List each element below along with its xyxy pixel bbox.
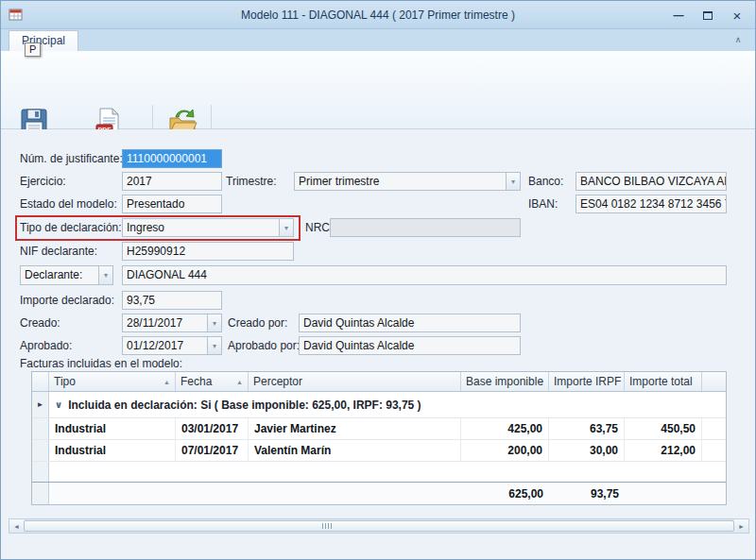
cell-filler — [702, 418, 726, 439]
importe-declarado-label: Importe declarado: — [20, 294, 114, 307]
summary-row: 625,00 93,75 — [32, 482, 726, 504]
dropdown-arrow-icon[interactable]: ▾ — [506, 173, 520, 190]
column-header-irpf[interactable]: Importe IRPF — [549, 372, 625, 391]
column-header-fecha-label: Fecha — [180, 375, 212, 388]
title-bar: Modelo 111 - DIAGONAL 444 ( 2017 Primer … — [1, 1, 755, 29]
minimize-icon: — — [674, 10, 684, 21]
estado-modelo-label: Estado del modelo: — [20, 197, 117, 211]
creado-date-value: 28/11/2017 — [123, 314, 207, 331]
cell-base: 200,00 — [461, 440, 549, 461]
dropdown-arrow-icon[interactable]: ▾ — [279, 219, 293, 236]
trimestre-value: Primer trimestre — [295, 173, 506, 190]
cell-tipo: Industrial — [49, 440, 176, 461]
row-indicator: ► — [32, 392, 49, 417]
scroll-right-icon: ► — [738, 523, 745, 530]
row-indicator — [32, 483, 49, 504]
row-indicator — [32, 418, 49, 439]
scroll-right-button[interactable]: ► — [734, 519, 748, 533]
sort-asc-icon: ▲ — [232, 379, 243, 385]
scrollbar-grip — [322, 523, 332, 529]
cell-irpf: 63,75 — [549, 418, 625, 439]
dropdown-arrow-icon[interactable]: ▾ — [98, 266, 112, 284]
iban-field[interactable]: ES04 0182 1234 8712 3456 7899 — [576, 195, 727, 213]
declarante-field[interactable]: DIAGONAL 444 — [122, 265, 727, 285]
aprobado-por-field[interactable]: David Quintas Alcalde — [299, 336, 521, 355]
column-header-perceptor-label: Perceptor — [253, 375, 302, 388]
tipo-declaracion-select[interactable]: Ingreso ▾ — [122, 218, 294, 237]
group-expanded-icon[interactable]: ∨ — [49, 399, 68, 410]
nrc-label: NRC: — [305, 221, 333, 234]
dropdown-arrow-icon[interactable]: ▾ — [207, 314, 221, 331]
nif-declarante-label: NIF declarante: — [20, 245, 97, 258]
ejercicio-field[interactable]: 2017 — [122, 172, 222, 191]
keytip-badge: P — [25, 42, 41, 57]
modelo-111-window: Modelo 111 - DIAGONAL 444 ( 2017 Primer … — [0, 0, 756, 560]
num-justificante-field[interactable]: 1110000000001 — [122, 149, 222, 168]
trimestre-select[interactable]: Primer trimestre ▾ — [294, 172, 521, 191]
tab-principal[interactable]: Principal — [9, 30, 78, 51]
banco-field[interactable]: BANCO BILBAO VIZCAYA ARGENTARIA — [576, 172, 727, 191]
row-indicator — [32, 462, 49, 482]
cell-irpf: 30,00 — [549, 440, 625, 461]
ribbon-tab-row — [1, 29, 755, 51]
grid-header-filler — [702, 372, 726, 391]
group-row[interactable]: ► ∨ Incluida en declaración: Si ( Base i… — [32, 392, 726, 418]
table-row[interactable]: Industrial 03/01/2017 Javier Martinez 42… — [32, 418, 726, 440]
num-justificante-label: Núm. de justificante: — [20, 152, 123, 165]
column-header-tipo[interactable]: Tipo ▲ — [49, 372, 176, 391]
iban-label: IBAN: — [528, 197, 558, 211]
creado-date-field[interactable]: 28/11/2017 ▾ — [122, 314, 222, 332]
ribbon: Guardar como ... PDF Abrir justificante … — [1, 51, 755, 129]
group-row-label: Incluida en declaración: Si ( Base impon… — [68, 399, 421, 412]
aprobado-date-field[interactable]: 01/12/2017 ▾ — [122, 336, 222, 355]
cell-tipo: Industrial — [49, 418, 176, 439]
declarante-selector-label: Declarante: — [21, 266, 98, 284]
row-indicator — [32, 440, 49, 461]
cell-base: 425,00 — [461, 418, 549, 439]
minimize-button[interactable]: — — [672, 8, 685, 22]
cell-total: 212,00 — [625, 440, 702, 461]
dropdown-arrow-icon[interactable]: ▾ — [207, 337, 221, 354]
cell-perceptor: Valentín Marín — [249, 440, 461, 461]
facturas-grid: Tipo ▲ Fecha ▲ Perceptor Base imponible … — [31, 371, 727, 505]
cell-fecha: 07/01/2017 — [176, 440, 249, 461]
ribbon-collapse-button[interactable]: ∧ — [730, 32, 747, 48]
cell-total: 450,50 — [625, 418, 702, 439]
maximize-button[interactable] — [701, 8, 714, 22]
close-icon: × — [733, 8, 742, 23]
declarante-selector[interactable]: Declarante: ▾ — [20, 265, 113, 285]
column-header-total-label: Importe total — [629, 375, 693, 388]
importe-declarado-field[interactable]: 93,75 — [122, 291, 222, 310]
nif-declarante-field[interactable]: H25990912 — [122, 242, 294, 261]
column-header-total[interactable]: Importe total — [625, 372, 702, 391]
scroll-left-icon: ◄ — [13, 523, 20, 530]
creado-por-label: Creado por: — [228, 316, 287, 330]
sort-asc-icon: ▲ — [160, 379, 170, 385]
summary-irpf: 93,75 — [549, 483, 625, 504]
column-header-fecha[interactable]: Fecha ▲ — [176, 372, 249, 391]
aprobado-date-value: 01/12/2017 — [123, 337, 207, 354]
nrc-field[interactable] — [330, 218, 521, 237]
grid-header-row: Tipo ▲ Fecha ▲ Perceptor Base imponible … — [32, 372, 726, 392]
close-button[interactable]: × — [730, 8, 744, 22]
column-header-irpf-label: Importe IRPF — [554, 375, 621, 388]
table-row[interactable]: Industrial 07/01/2017 Valentín Marín 200… — [32, 440, 726, 462]
column-header-perceptor[interactable]: Perceptor — [249, 372, 461, 391]
scrollbar-thumb[interactable] — [24, 520, 734, 532]
column-header-base-label: Base imponible — [466, 375, 543, 388]
aprobado-por-label: Aprobado por: — [228, 339, 300, 352]
window-controls: — × — [672, 1, 744, 29]
grid-caption: Facturas incluidas en el modelo: — [20, 357, 182, 370]
horizontal-scrollbar[interactable]: ◄ ► — [9, 518, 749, 534]
scroll-left-button[interactable]: ◄ — [9, 519, 24, 533]
summary-base: 625,00 — [461, 483, 549, 504]
banco-label: Banco: — [528, 175, 563, 188]
cell-perceptor: Javier Martinez — [249, 418, 461, 439]
column-header-base[interactable]: Base imponible — [461, 372, 549, 391]
creado-por-field[interactable]: David Quintas Alcalde — [299, 314, 521, 332]
column-header-tipo-label: Tipo — [54, 375, 76, 388]
aprobado-label: Aprobado: — [20, 339, 72, 352]
cell-filler — [702, 440, 726, 461]
group-row-content: ∨ Incluida en declaración: Si ( Base imp… — [49, 392, 726, 417]
estado-modelo-field[interactable]: Presentado — [122, 195, 222, 213]
